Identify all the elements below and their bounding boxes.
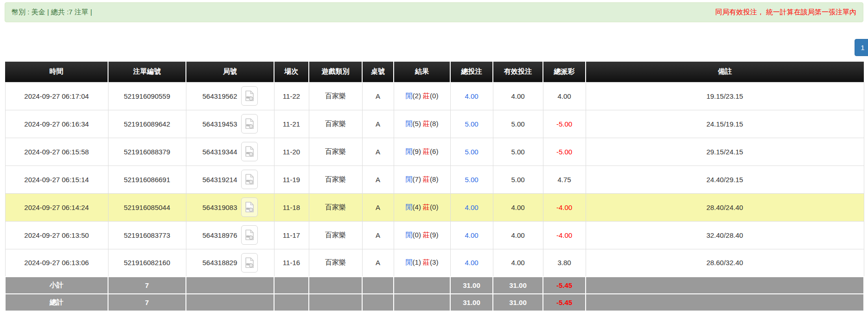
result-cell: 閒(5) 莊(8) xyxy=(394,110,450,138)
banker-result-score: (3) xyxy=(430,258,438,266)
session-cell: 11-16 xyxy=(274,249,309,277)
valid-bet-cell: 5.00 xyxy=(493,138,543,165)
game-type-cell: 百家樂 xyxy=(309,138,362,165)
round-number: 564318829 xyxy=(202,259,237,267)
time-cell: 2024-09-27 06:13:06 xyxy=(5,249,108,277)
col-header-total-bet: 總投注 xyxy=(450,62,493,82)
col-header-session: 場次 xyxy=(274,62,309,82)
player-result-label: 閒 xyxy=(406,120,413,127)
subtotal-label: 小計 xyxy=(5,277,108,294)
col-header-remark: 備註 xyxy=(586,62,864,82)
bet-id-cell: 521916086691 xyxy=(108,165,186,193)
banker-result-label: 莊 xyxy=(423,258,430,266)
round-cell: 564319083 xyxy=(186,193,274,221)
valid-bet-cell: 5.00 xyxy=(493,165,543,193)
session-cell: 11-22 xyxy=(274,82,309,110)
total-bet-link[interactable]: 5.00 xyxy=(465,176,478,184)
bet-id-cell: 521916082160 xyxy=(108,249,186,277)
banker-result-score: (0) xyxy=(430,203,438,211)
round-cell: 564319214 xyxy=(186,165,274,193)
session-cell: 11-21 xyxy=(274,110,309,138)
bet-records-page: 幣別 : 美金 | 總共 :7 注單 | 同局有效投注， 統一計算在該局第一張注… xyxy=(0,2,868,311)
col-header-valid-bet: 有效投注 xyxy=(493,62,543,82)
col-header-time: 時間 xyxy=(5,62,108,82)
round-cell: 564319453 xyxy=(186,110,274,138)
total-row: 總計 7 31.00 31.00 -5.45 xyxy=(5,294,864,311)
empty-cell xyxy=(586,294,864,311)
round-cell: 564318976 xyxy=(186,221,274,249)
subtotal-row: 小計 7 31.00 31.00 -5.45 xyxy=(5,277,864,294)
round-number: 564319214 xyxy=(202,176,237,184)
pagination-page-1-button[interactable]: 1 xyxy=(855,39,868,56)
banker-result-score: (8) xyxy=(430,175,438,183)
table-row: 2024-09-27 06:13:50 521916083773 5643189… xyxy=(5,221,864,249)
total-bet-link[interactable]: 4.00 xyxy=(465,92,478,100)
result-cell: 閒(1) 莊(3) xyxy=(394,249,450,277)
table-no-cell: A xyxy=(362,249,394,277)
empty-cell xyxy=(186,294,274,311)
video-replay-icon xyxy=(245,229,254,241)
remark-cell: 24.15/19.15 xyxy=(586,110,864,138)
time-cell: 2024-09-27 06:17:04 xyxy=(5,82,108,110)
game-type-cell: 百家樂 xyxy=(309,249,362,277)
round-number: 564319562 xyxy=(202,92,237,100)
total-bet-link[interactable]: 4.00 xyxy=(465,259,478,267)
game-type-cell: 百家樂 xyxy=(309,193,362,221)
col-header-bet-id: 注單編號 xyxy=(108,62,186,82)
session-cell: 11-18 xyxy=(274,193,309,221)
summary-bar: 幣別 : 美金 | 總共 :7 注單 | 同局有效投注， 統一計算在該局第一張注… xyxy=(5,2,863,22)
total-bet-cell: 5.00 xyxy=(450,138,493,165)
player-result-label: 閒 xyxy=(406,175,413,183)
bet-id-cell: 521916089642 xyxy=(108,110,186,138)
total-bet-link[interactable]: 5.00 xyxy=(465,120,478,128)
video-replay-icon xyxy=(245,90,254,102)
player-result-score: (9) xyxy=(413,147,421,155)
player-result-score: (4) xyxy=(413,203,421,211)
round-cell: 564318829 xyxy=(186,249,274,277)
table-no-cell: A xyxy=(362,110,394,138)
remark-cell: 28.40/24.40 xyxy=(586,193,864,221)
bet-id-cell: 521916090559 xyxy=(108,82,186,110)
bet-id-cell: 521916085044 xyxy=(108,193,186,221)
video-replay-button[interactable] xyxy=(241,114,258,133)
subtotal-total-bet: 31.00 xyxy=(450,277,493,294)
session-cell: 11-19 xyxy=(274,165,309,193)
video-replay-button[interactable] xyxy=(241,142,258,161)
banker-result-label: 莊 xyxy=(423,231,430,239)
table-row: 2024-09-27 06:16:34 521916089642 5643194… xyxy=(5,110,864,138)
video-replay-button[interactable] xyxy=(241,170,258,189)
video-replay-icon xyxy=(245,174,254,185)
table-row: 2024-09-27 06:14:24 521916085044 5643190… xyxy=(5,193,864,221)
banker-result-label: 莊 xyxy=(423,147,430,155)
col-header-round: 局號 xyxy=(186,62,274,82)
video-replay-button[interactable] xyxy=(241,86,258,106)
banker-result-score: (8) xyxy=(430,120,438,127)
game-type-cell: 百家樂 xyxy=(309,110,362,138)
table-row: 2024-09-27 06:15:58 521916088379 5643193… xyxy=(5,138,864,165)
valid-bet-cell: 5.00 xyxy=(493,110,543,138)
total-count: 7 xyxy=(108,294,186,311)
time-cell: 2024-09-27 06:15:14 xyxy=(5,165,108,193)
table-no-cell: A xyxy=(362,165,394,193)
pagination-bar: 1 xyxy=(0,39,868,56)
player-result-score: (1) xyxy=(413,258,421,266)
video-replay-button[interactable] xyxy=(241,225,258,245)
total-bet-link[interactable]: 5.00 xyxy=(465,148,478,156)
empty-cell xyxy=(394,277,450,294)
table-header: 時間 注單編號 局號 場次 遊戲類別 桌號 結果 總投注 有效投注 總派彩 備註 xyxy=(5,62,864,82)
payout-cell: -5.00 xyxy=(543,138,586,165)
total-bet-cell: 5.00 xyxy=(450,110,493,138)
payout-cell: -5.00 xyxy=(543,110,586,138)
total-total-bet: 31.00 xyxy=(450,294,493,311)
empty-cell xyxy=(274,277,309,294)
total-bet-link[interactable]: 4.00 xyxy=(465,231,478,239)
round-number: 564319453 xyxy=(202,120,237,128)
total-bet-link[interactable]: 4.00 xyxy=(465,203,478,211)
video-replay-icon xyxy=(245,118,254,129)
result-cell: 閒(4) 莊(0) xyxy=(394,193,450,221)
result-cell: 閒(7) 莊(8) xyxy=(394,165,450,193)
player-result-label: 閒 xyxy=(406,258,413,266)
video-replay-button[interactable] xyxy=(241,197,258,217)
video-replay-button[interactable] xyxy=(241,253,258,273)
banker-result-score: (6) xyxy=(430,147,438,155)
